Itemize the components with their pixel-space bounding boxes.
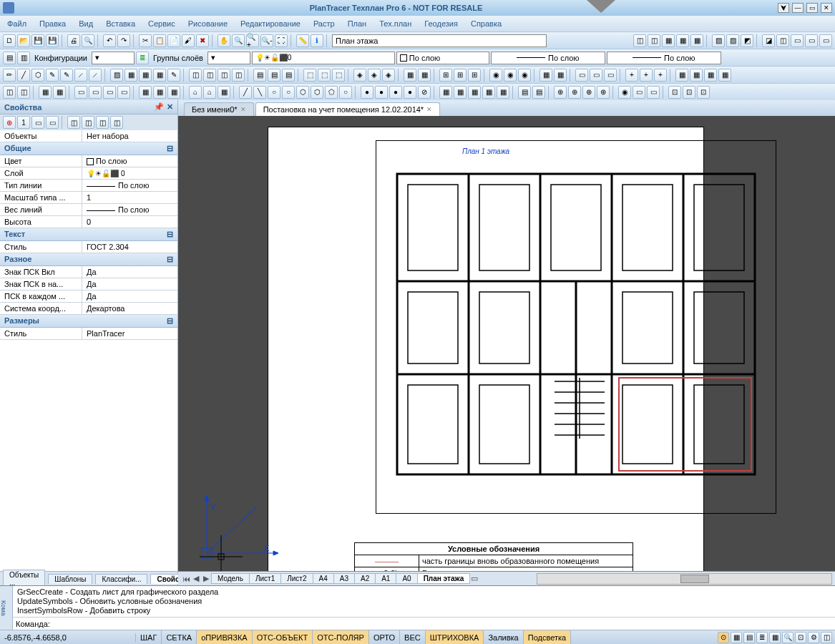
zoom-ext-icon[interactable]: ⛶ — [275, 34, 288, 47]
menu-Редактирование[interactable]: Редактирование — [238, 18, 303, 29]
tb4-icon-28[interactable]: ● — [361, 86, 373, 99]
doc-tab-0[interactable]: Без имени0*✕ — [184, 102, 254, 116]
prop-height[interactable]: Высота0 — [0, 216, 177, 228]
tb3-icon-28[interactable]: ◈ — [368, 69, 381, 82]
tb4-icon-22[interactable]: ○ — [282, 86, 295, 99]
tb3-icon-31[interactable]: ▦ — [404, 69, 416, 82]
menu-Тех.план[interactable]: Тех.план — [376, 18, 414, 29]
cut-icon[interactable]: ✂ — [139, 34, 152, 47]
tb4-icon-36[interactable]: ▦ — [468, 86, 481, 99]
tb4-icon-43[interactable]: ⊕ — [554, 86, 567, 99]
close-button[interactable]: ✕ — [821, 3, 832, 13]
tb4-icon-24[interactable]: ⬡ — [311, 86, 323, 99]
prop-a-icon[interactable]: ◫ — [67, 116, 80, 129]
tb3-icon-15[interactable]: ◫ — [203, 69, 216, 82]
tb3-icon-19[interactable]: ▤ — [253, 69, 266, 82]
tb4-icon-16[interactable]: ⌂ — [203, 86, 216, 99]
new-icon[interactable]: 🗋 — [3, 34, 16, 47]
tb4-icon-25[interactable]: ⬠ — [325, 86, 338, 99]
tb4-icon-13[interactable]: ▦ — [167, 86, 180, 99]
tb4-icon-31[interactable]: ● — [404, 86, 416, 99]
tb3-icon-23[interactable]: ⬚ — [303, 69, 316, 82]
command-input[interactable]: Команда: — [13, 617, 835, 630]
tb3-icon-50[interactable]: + — [640, 69, 653, 82]
prop-ltscale[interactable]: Масштаб типа ...1 — [0, 192, 177, 204]
tab-next-icon[interactable]: ▶ — [201, 574, 211, 583]
view-tab-A0[interactable]: A0 — [396, 573, 417, 584]
status-toggle-ВЕС[interactable]: ВЕС — [400, 630, 426, 644]
menu-План[interactable]: План — [345, 18, 370, 29]
tb4-icon-38[interactable]: ▦ — [497, 86, 509, 99]
sb-icon-6[interactable]: 🔍 — [782, 632, 794, 643]
view-tab-A1[interactable]: A1 — [375, 573, 396, 584]
tool-b-icon[interactable]: ◫ — [648, 34, 660, 47]
tb3-icon-43[interactable]: ▦ — [554, 69, 567, 82]
panel-tab-2[interactable]: Классифи... — [95, 574, 147, 584]
tb3-icon-1[interactable]: ╱ — [17, 69, 30, 82]
tb3-icon-55[interactable]: ▦ — [704, 69, 717, 82]
sb-icon-7[interactable]: ⊡ — [795, 632, 806, 643]
lineweight-dropdown[interactable]: По слою — [607, 52, 721, 64]
status-toggle-оПРИВЯЗКА[interactable]: оПРИВЯЗКА — [197, 630, 253, 644]
minimize-button[interactable]: — — [792, 3, 804, 13]
menu-Растр[interactable]: Растр — [311, 18, 338, 29]
tb3-icon-12[interactable]: ✎ — [167, 69, 180, 82]
drawing-viewport[interactable]: План 1 этажа — [178, 116, 835, 571]
tb3-icon-14[interactable]: ◫ — [189, 69, 202, 82]
tb4-icon-15[interactable]: ⌂ — [189, 86, 202, 99]
menu-Вставка[interactable]: Вставка — [103, 18, 138, 29]
tb3-icon-5[interactable]: ⟋ — [74, 69, 87, 82]
tb4-icon-48[interactable]: ◉ — [618, 86, 631, 99]
tb3-icon-46[interactable]: ▭ — [590, 69, 602, 82]
tb3-icon-10[interactable]: ▦ — [139, 69, 152, 82]
sb-icon-3[interactable]: ▤ — [743, 632, 755, 643]
tb3-icon-36[interactable]: ⊞ — [468, 69, 481, 82]
sb-icon-5[interactable]: ▦ — [769, 632, 781, 643]
tb4-icon-6[interactable]: ▭ — [74, 86, 87, 99]
tab-first-icon[interactable]: ⏮ — [181, 575, 191, 583]
color-dropdown[interactable]: По слою — [396, 52, 489, 64]
tb3-icon-34[interactable]: ⊞ — [439, 69, 452, 82]
sb-icon-1[interactable]: ⊙ — [718, 632, 729, 643]
tb3-icon-45[interactable]: ▭ — [575, 69, 588, 82]
tool-j-icon[interactable]: ◫ — [776, 34, 789, 47]
tb4-icon-1[interactable]: ◫ — [17, 86, 30, 99]
tb4-icon-35[interactable]: ▦ — [454, 86, 467, 99]
tb3-icon-29[interactable]: ◈ — [382, 69, 395, 82]
section-misc[interactable]: Разное⊟ — [0, 253, 177, 266]
undo-icon[interactable]: ↶ — [103, 34, 116, 47]
tb4-icon-49[interactable]: ▭ — [633, 86, 645, 99]
tb3-icon-0[interactable]: ✏ — [3, 69, 16, 82]
prop-c-icon[interactable]: ◫ — [96, 116, 109, 129]
tb4-icon-37[interactable]: ▦ — [482, 86, 495, 99]
tb4-icon-30[interactable]: ● — [389, 86, 402, 99]
status-toggle-ОТС-ПОЛЯР[interactable]: ОТС-ПОЛЯР — [313, 630, 369, 644]
panel-pin-icon[interactable]: 📌 — [154, 102, 164, 112]
sb-icon-4[interactable]: ≣ — [756, 632, 768, 643]
tool-l-icon[interactable]: ▭ — [805, 34, 818, 47]
tb3-icon-53[interactable]: ▦ — [675, 69, 688, 82]
tb4-icon-0[interactable]: ◫ — [3, 86, 16, 99]
prop-ucs-on[interactable]: Знак ПСК ВклДа — [0, 266, 177, 278]
tab-add-icon[interactable]: ▭ — [469, 574, 479, 583]
tool-d-icon[interactable]: ▦ — [676, 34, 689, 47]
prop-ucs-each[interactable]: ПСК в каждом ...Да — [0, 291, 177, 303]
tb3-icon-21[interactable]: ▤ — [282, 69, 295, 82]
tb4-icon-3[interactable]: ▦ — [39, 86, 52, 99]
tool-a-icon[interactable]: ◫ — [633, 34, 646, 47]
help-button[interactable]: ⮟ — [778, 3, 789, 13]
prop-pick-icon[interactable]: ⊕ — [3, 116, 16, 129]
tb4-icon-17[interactable]: ▦ — [218, 86, 230, 99]
tb3-icon-17[interactable]: ◫ — [232, 69, 245, 82]
tb4-icon-11[interactable]: ▦ — [139, 86, 152, 99]
prop-color[interactable]: ЦветПо слою — [0, 155, 177, 167]
tb4-icon-53[interactable]: ⊡ — [683, 86, 695, 99]
tb4-icon-40[interactable]: ▤ — [518, 86, 531, 99]
doc-tab-close-1[interactable]: ✕ — [426, 106, 432, 113]
section-dims[interactable]: Размеры⊟ — [0, 315, 177, 328]
pan-icon[interactable]: ✋ — [218, 34, 230, 47]
tool-k-icon[interactable]: ▭ — [791, 34, 804, 47]
sb-icon-9[interactable]: ◫ — [821, 632, 832, 643]
tool-h-icon[interactable]: ◩ — [741, 34, 753, 47]
tb4-icon-50[interactable]: ▭ — [647, 86, 660, 99]
